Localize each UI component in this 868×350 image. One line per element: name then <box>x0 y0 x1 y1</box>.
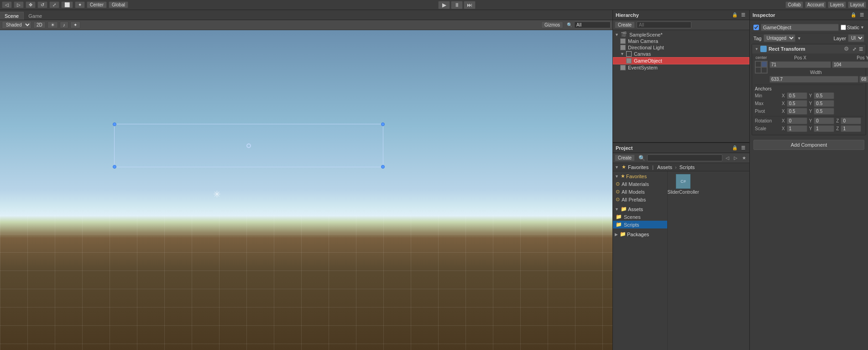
gameobject-name-field[interactable] <box>761 24 839 31</box>
hierarchy-menu-icon[interactable]: ☰ <box>740 12 747 17</box>
width-field[interactable] <box>769 76 858 83</box>
tab-scene[interactable]: Scene <box>0 12 24 20</box>
layout-button[interactable]: Layout <box>848 1 866 8</box>
layer-dropdown[interactable]: UI <box>848 34 864 42</box>
project-toolbar: Create 🔍 ◁ ▷ ★ <box>613 153 749 163</box>
rotation-label: Rotation <box>755 118 780 123</box>
handle-tr[interactable] <box>381 122 385 126</box>
hierarchy-scene-root[interactable]: ▼ 🎬 SampleScene* <box>613 31 749 38</box>
gameobject-active-checkbox[interactable] <box>753 25 759 30</box>
collab-button[interactable]: Collab <box>785 1 803 8</box>
anchor-max-y-field[interactable] <box>814 100 834 107</box>
inspector-lock-icon[interactable]: 🔒 <box>849 12 858 17</box>
hierarchy-item-canvas[interactable]: ▼ Canvas <box>613 51 749 57</box>
project-create-btn[interactable]: Create <box>615 154 635 161</box>
hierarchy-lock-icon[interactable]: 🔒 <box>731 12 739 17</box>
anchor-max-row: Max X Y <box>755 100 863 107</box>
tag-label: Tag <box>753 36 762 41</box>
project-item-all-prefabs[interactable]: ⊙ All Prefabs <box>613 196 667 203</box>
pos-x-field[interactable] <box>769 61 831 68</box>
tag-dropdown[interactable]: Untagged <box>763 34 795 42</box>
anchor-preset-widget[interactable] <box>755 61 768 74</box>
anchor-min-row: Min X Y <box>755 92 863 99</box>
hierarchy-item-main-camera[interactable]: Main Camera <box>613 38 749 44</box>
project-star-icon[interactable]: ★ <box>741 155 748 160</box>
global-button[interactable]: Global <box>109 1 128 8</box>
shading-dropdown[interactable]: Shaded <box>2 21 31 29</box>
pos-y-field[interactable] <box>832 61 868 68</box>
scale-x-label: X <box>782 126 785 131</box>
project-lock-icon[interactable]: 🔒 <box>731 145 739 150</box>
handle-tl[interactable] <box>113 122 116 126</box>
rotation-y-field[interactable] <box>814 117 834 124</box>
handle-br[interactable] <box>381 165 385 169</box>
anchor-max-x-field[interactable] <box>787 100 807 107</box>
hierarchy-create-btn[interactable]: Create <box>615 21 635 28</box>
hierarchy-item-gameobject[interactable]: GameObject <box>613 57 749 64</box>
rt-extra-icon-2[interactable]: ☰ <box>859 47 863 52</box>
step-button[interactable]: ⏭ <box>464 1 476 9</box>
account-button[interactable]: Account <box>805 1 826 8</box>
handle-bl[interactable] <box>113 165 116 169</box>
scripts-folder-icon: 📁 <box>616 222 622 228</box>
eventsystem-label: EventSystem <box>628 65 658 70</box>
hierarchy-item-eventsystem[interactable]: EventSystem <box>613 64 749 71</box>
center-button[interactable]: Center <box>87 1 107 8</box>
project-next-icon[interactable]: ▷ <box>732 155 739 160</box>
add-component-button[interactable]: Add Component <box>753 140 864 150</box>
project-tabs-bar: ▼ ★ Favorites | Assets › Scripts <box>613 163 749 171</box>
pivot-y-field[interactable] <box>814 108 834 115</box>
rotation-z-field[interactable] <box>841 117 861 124</box>
rect-transform-header[interactable]: ▼ Rect Transform ⚙ ⤢ ☰ <box>752 44 866 53</box>
height-field[interactable] <box>859 76 868 83</box>
tab-game[interactable]: Game <box>24 12 47 20</box>
play-button[interactable]: ▶ <box>438 1 450 9</box>
rt-extra-icon-1[interactable]: ⤢ <box>852 47 856 52</box>
scenes-folder-icon: 📁 <box>616 214 622 220</box>
scene-toolbar: Shaded 2D ☀ ♪ ✦ Gizmos 🔍 <box>0 20 612 30</box>
scale-x-field[interactable] <box>787 125 807 132</box>
favorites-tab[interactable]: Favorites <box>628 164 648 170</box>
assets-tab[interactable]: Assets <box>657 164 672 170</box>
inspector-menu-icon[interactable]: ☰ <box>858 12 865 17</box>
move-gizmo[interactable]: ✳ <box>213 190 221 200</box>
pause-button[interactable]: ⏸ <box>451 1 463 9</box>
audio-toggle[interactable]: ♪ <box>60 21 68 28</box>
hierarchy-panel: Hierarchy 🔒 ☰ Create ▼ 🎬 SampleScene* <box>613 10 749 143</box>
gizmos-button[interactable]: Gizmos <box>541 21 563 28</box>
project-menu-icon[interactable]: ☰ <box>740 145 747 150</box>
pivot-x-field[interactable] <box>787 108 807 115</box>
scripts-tab[interactable]: Scripts <box>680 164 695 170</box>
scale-y-field[interactable] <box>814 125 834 132</box>
project-item-scripts[interactable]: 📁 Scripts <box>613 221 667 228</box>
scale-z-field[interactable] <box>841 125 861 132</box>
back-button[interactable]: ◁ <box>2 1 12 8</box>
tool-rect[interactable]: ⬜ <box>61 1 73 8</box>
hierarchy-item-directional-light[interactable]: Directional Light <box>613 44 749 51</box>
scene-viewport[interactable]: ✳ <box>0 30 612 350</box>
project-search[interactable] <box>647 154 722 161</box>
tool-move[interactable]: ✥ <box>26 1 36 8</box>
project-item-all-materials[interactable]: ⊙ All Materials <box>613 180 667 188</box>
lights-toggle[interactable]: ☀ <box>47 21 58 28</box>
hierarchy-search[interactable] <box>637 21 691 28</box>
project-prev-icon[interactable]: ◁ <box>724 155 731 160</box>
rotation-x-field[interactable] <box>787 117 807 124</box>
2d-toggle[interactable]: 2D <box>33 21 46 28</box>
handle-center[interactable] <box>246 143 251 148</box>
forward-button[interactable]: ▷ <box>14 1 24 8</box>
project-item-scenes[interactable]: 📁 Scenes <box>613 213 667 221</box>
anchor-min-x-field[interactable] <box>787 92 807 99</box>
static-checkbox[interactable] <box>841 25 846 30</box>
anchor-min-y-field[interactable] <box>814 92 834 99</box>
fx-toggle[interactable]: ✦ <box>70 21 80 28</box>
project-item-all-models[interactable]: ⊙ All Models <box>613 188 667 196</box>
tool-rotate[interactable]: ↺ <box>37 1 47 8</box>
static-dropdown-icon[interactable]: ▼ <box>860 25 864 30</box>
tool-scale[interactable]: ⤢ <box>49 1 59 8</box>
project-file-slider-controller[interactable]: C# SliderController <box>669 173 697 196</box>
rt-settings-icon[interactable]: ⚙ <box>844 46 849 52</box>
layers-button[interactable]: Layers <box>828 1 846 8</box>
scene-search[interactable] <box>574 21 611 28</box>
tool-transform[interactable]: ✦ <box>75 1 85 8</box>
